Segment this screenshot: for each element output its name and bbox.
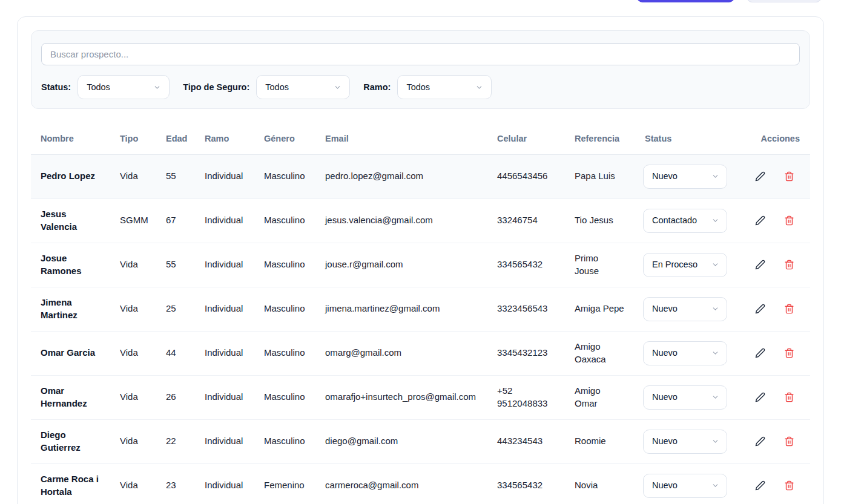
pencil-icon: [755, 348, 765, 358]
chevron-down-icon: [711, 349, 719, 357]
edit-button[interactable]: [754, 480, 765, 491]
cell-email: jouse.r@gmail.com: [315, 243, 487, 287]
cell-email: jimena.martinez@gmail.com: [315, 287, 487, 331]
cell-email: omarafjo+insurtech_pros@gmail.com: [315, 375, 487, 419]
cell-genero: Masculino: [254, 331, 315, 375]
prospect-row: Josue Ramones Vida 55 Individual Masculi…: [31, 243, 810, 287]
edit-button[interactable]: [754, 260, 765, 270]
ramo-filter-select[interactable]: Todos: [397, 75, 492, 99]
edit-button[interactable]: [754, 436, 765, 447]
cell-genero: Masculino: [254, 198, 315, 243]
row-actions: [754, 215, 804, 226]
cell-edad: 44: [156, 331, 195, 375]
cell-referencia: Amigo Omar: [565, 375, 635, 419]
cell-genero: Masculino: [254, 419, 315, 463]
cell-referencia: Amigo Oaxaca: [565, 331, 635, 375]
pencil-icon: [755, 392, 765, 402]
delete-button[interactable]: [783, 392, 794, 403]
cell-genero: Femenino: [254, 463, 315, 504]
chevron-down-icon: [711, 305, 719, 313]
prospect-row: Jimena Martinez Vida 25 Individual Mascu…: [31, 287, 810, 331]
chevron-down-icon: [711, 393, 719, 401]
delete-button[interactable]: [783, 304, 794, 315]
row-actions: [754, 171, 804, 182]
status-select[interactable]: Nuevo: [643, 474, 727, 498]
cell-nombre: Carme Roca i Hortala: [31, 463, 110, 504]
status-select[interactable]: En Proceso: [643, 253, 727, 277]
cell-ramo: Individual: [195, 154, 254, 198]
search-input[interactable]: [41, 43, 800, 65]
edit-button[interactable]: [754, 304, 765, 315]
chevron-down-icon: [153, 83, 161, 91]
cell-tipo: Vida: [110, 331, 156, 375]
prospect-row: Carme Roca i Hortala Vida 23 Individual …: [31, 463, 810, 504]
delete-button[interactable]: [783, 436, 794, 447]
trash-icon: [784, 436, 794, 447]
primary-button-partial[interactable]: [637, 0, 734, 2]
delete-button[interactable]: [783, 260, 794, 270]
row-actions: [754, 436, 804, 447]
cell-celular: 334565432: [487, 243, 565, 287]
status-value: Nuevo: [652, 347, 678, 359]
edit-button[interactable]: [754, 348, 765, 359]
cell-nombre: Jesus Valencia: [31, 198, 110, 243]
cell-tipo: Vida: [110, 154, 156, 198]
chevron-down-icon: [711, 482, 719, 489]
cell-nombre: Josue Ramones: [31, 243, 110, 287]
cell-edad: 26: [156, 375, 195, 419]
cell-referencia: Roomie: [565, 419, 635, 463]
row-actions: [754, 480, 804, 491]
cell-referencia: Primo Jouse: [565, 243, 635, 287]
edit-button[interactable]: [754, 215, 765, 226]
ramo-filter-value: Todos: [406, 82, 430, 92]
prospect-row: Pedro Lopez Vida 55 Individual Masculino…: [31, 154, 810, 198]
status-filter-value: Todos: [87, 82, 110, 92]
chevron-down-icon: [475, 83, 483, 91]
status-select[interactable]: Nuevo: [643, 341, 727, 365]
status-select[interactable]: Contactado: [643, 209, 727, 233]
pencil-icon: [755, 215, 765, 226]
delete-button[interactable]: [783, 348, 794, 359]
cell-ramo: Individual: [195, 375, 254, 419]
header-status: Status: [635, 123, 745, 154]
cell-ramo: Individual: [195, 287, 254, 331]
status-select[interactable]: Nuevo: [643, 430, 727, 454]
status-value: En Proceso: [652, 259, 698, 271]
cell-edad: 67: [156, 198, 195, 243]
cell-tipo: Vida: [110, 287, 156, 331]
prospects-card: Status: Todos Tipo de Seguro: Todos Ramo…: [17, 16, 824, 504]
cell-nombre: Omar Garcia: [31, 331, 110, 375]
status-select[interactable]: Nuevo: [643, 385, 727, 410]
trash-icon: [784, 171, 794, 182]
delete-button[interactable]: [783, 480, 794, 491]
cell-referencia: Amiga Pepe: [565, 287, 635, 331]
secondary-button-partial[interactable]: [747, 0, 822, 2]
tipo-seguro-filter-value: Todos: [265, 82, 289, 92]
status-filter-select[interactable]: Todos: [78, 75, 170, 99]
edit-button[interactable]: [754, 392, 765, 403]
cell-tipo: Vida: [110, 463, 156, 504]
delete-button[interactable]: [783, 171, 794, 182]
cell-tipo: SGMM: [110, 198, 156, 243]
chevron-down-icon: [711, 172, 719, 180]
chevron-down-icon: [711, 261, 719, 269]
cell-tipo: Vida: [110, 375, 156, 419]
tipo-seguro-filter-select[interactable]: Todos: [256, 75, 350, 99]
cell-celular: +52 9512048833: [487, 375, 565, 419]
chevron-down-icon: [711, 437, 719, 445]
status-select[interactable]: Nuevo: [643, 297, 727, 321]
status-filter-label: Status:: [41, 82, 71, 92]
cell-nombre: Omar Hernandez: [31, 375, 110, 419]
trash-icon: [784, 348, 794, 358]
cell-celular: 334565432: [487, 463, 565, 504]
header-genero: Género: [254, 123, 315, 154]
header-edad: Edad: [156, 123, 195, 154]
cell-celular: 33246754: [487, 198, 565, 243]
edit-button[interactable]: [754, 171, 765, 182]
cell-celular: 3345432123: [487, 331, 565, 375]
prospect-row: Omar Garcia Vida 44 Individual Masculino…: [31, 331, 810, 375]
delete-button[interactable]: [783, 215, 794, 226]
status-select[interactable]: Nuevo: [643, 165, 727, 189]
prospect-row: Diego Gutierrez Vida 22 Individual Mascu…: [31, 419, 810, 463]
cell-email: omarg@gmail.com: [315, 331, 487, 375]
